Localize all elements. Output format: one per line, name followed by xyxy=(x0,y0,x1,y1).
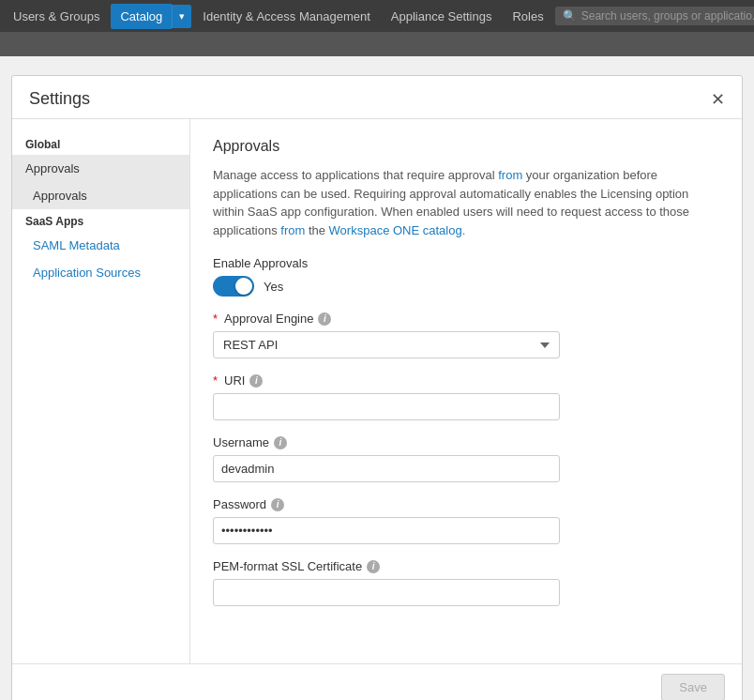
sidebar-item-approvals-parent[interactable]: Approvals xyxy=(12,155,189,182)
nav-catalog-wrapper: Catalog ▾ xyxy=(111,4,191,29)
sidebar-item-approvals-child[interactable]: Approvals xyxy=(12,182,189,209)
settings-panel: Settings ✕ Global Approvals Approvals Sa… xyxy=(11,75,743,700)
global-section-label: Global xyxy=(12,132,189,155)
nav-bar: Users & Groups Catalog ▾ Identity & Acce… xyxy=(0,0,754,32)
uri-input[interactable] xyxy=(213,393,560,420)
settings-body: Global Approvals Approvals SaaS Apps SAM… xyxy=(12,119,742,663)
save-button[interactable]: Save xyxy=(661,674,725,700)
settings-header: Settings ✕ xyxy=(12,76,742,119)
password-group: Password i xyxy=(213,497,719,544)
search-input[interactable] xyxy=(581,9,754,23)
nav-appliance-settings[interactable]: Appliance Settings xyxy=(382,4,502,29)
enable-approvals-group: Enable Approvals Yes xyxy=(213,256,719,297)
approval-engine-label: Approval Engine i xyxy=(213,312,719,326)
ssl-cert-group: PEM-format SSL Certificate i xyxy=(213,559,719,606)
ssl-cert-label: PEM-format SSL Certificate i xyxy=(213,559,719,573)
nav-users-groups[interactable]: Users & Groups xyxy=(4,4,109,29)
uri-info-icon[interactable]: i xyxy=(249,374,263,388)
sub-bar xyxy=(0,32,754,56)
settings-main: Approvals Manage access to applications … xyxy=(190,119,742,663)
search-icon: 🔍 xyxy=(563,9,577,23)
modal-backdrop: Settings ✕ Global Approvals Approvals Sa… xyxy=(0,56,754,700)
toggle-yes-label: Yes xyxy=(264,280,283,294)
settings-sidebar: Global Approvals Approvals SaaS Apps SAM… xyxy=(12,119,190,663)
approvals-section-title: Approvals xyxy=(213,138,719,155)
approval-engine-select[interactable]: REST API ServiceNow Jira xyxy=(213,331,560,358)
password-label: Password i xyxy=(213,497,719,511)
enable-approvals-toggle[interactable] xyxy=(213,276,254,297)
nav-catalog-arrow[interactable]: ▾ xyxy=(172,5,191,28)
approval-engine-info-icon[interactable]: i xyxy=(318,312,331,326)
enable-approvals-label: Enable Approvals xyxy=(213,256,719,270)
settings-title: Settings xyxy=(29,89,90,109)
username-label: Username i xyxy=(213,435,719,449)
ssl-cert-input[interactable] xyxy=(213,579,560,606)
sidebar-item-application-sources[interactable]: Application Sources xyxy=(12,259,189,286)
username-group: Username i xyxy=(213,435,719,482)
uri-group: URI i xyxy=(213,373,719,420)
toggle-row: Yes xyxy=(213,276,719,297)
sidebar-item-saml-metadata[interactable]: SAML Metadata xyxy=(12,232,189,259)
approval-engine-group: Approval Engine i REST API ServiceNow Ji… xyxy=(213,312,719,358)
password-input[interactable] xyxy=(213,517,560,544)
close-button[interactable]: ✕ xyxy=(711,91,725,108)
nav-search-box: 🔍 xyxy=(555,7,754,25)
ssl-cert-info-icon[interactable]: i xyxy=(367,560,380,573)
nav-roles[interactable]: Roles xyxy=(503,4,552,29)
username-info-icon[interactable]: i xyxy=(274,436,287,449)
nav-identity-access[interactable]: Identity & Access Management xyxy=(193,4,379,29)
username-input[interactable] xyxy=(213,455,560,482)
approvals-description: Manage access to applications that requi… xyxy=(213,166,719,239)
password-info-icon[interactable]: i xyxy=(271,498,284,511)
settings-footer: Save xyxy=(12,663,742,700)
uri-label: URI i xyxy=(213,373,719,388)
nav-catalog[interactable]: Catalog xyxy=(111,4,172,29)
saas-section-label: SaaS Apps xyxy=(12,209,189,232)
